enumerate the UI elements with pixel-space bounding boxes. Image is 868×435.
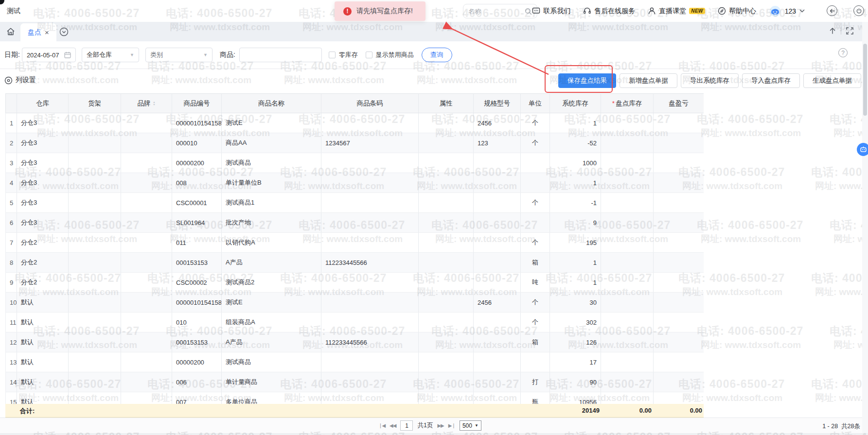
column-header-3[interactable]: 品牌▲▼ — [121, 94, 172, 113]
date-input[interactable]: 2024-05-07 — [22, 48, 76, 62]
cell — [474, 372, 521, 392]
cell — [654, 313, 704, 332]
cell: 17 — [550, 352, 601, 372]
next-page-button[interactable]: ▶▶ — [437, 423, 443, 428]
cell: 分仓3 — [17, 193, 69, 213]
cell — [601, 352, 654, 372]
cell — [601, 133, 654, 153]
logout-button[interactable] — [853, 5, 864, 16]
cell: 批次产地 — [222, 213, 321, 233]
fullscreen-icon[interactable] — [846, 27, 853, 35]
nav-live-classroom[interactable]: 直播课堂 NEW — [648, 7, 705, 16]
cell — [601, 173, 654, 193]
cell: 组装商品A — [222, 313, 321, 332]
product-input[interactable] — [239, 48, 322, 62]
cell — [69, 372, 121, 392]
cell — [69, 313, 121, 332]
table-row[interactable]: 6分仓3SL001964批次产地9 — [6, 213, 704, 233]
page-size-select[interactable]: 500 ▼ — [460, 420, 481, 431]
message-icon — [532, 7, 540, 15]
vertical-scrollbar[interactable] — [862, 22, 868, 433]
tab-inventory[interactable]: 盘点 × — [20, 23, 56, 41]
nav-help-center[interactable]: 帮助中心 — [718, 7, 756, 16]
table-row[interactable]: 14默认006单计量商品打90 — [6, 372, 704, 392]
global-search[interactable] — [463, 4, 537, 18]
nav-after-sales-service[interactable]: 售后在线服务 — [583, 7, 635, 16]
table-row[interactable]: 3分仓300000200测试商品1000 — [6, 153, 704, 173]
table-row[interactable]: 4分仓3008单计量单位B1 — [6, 173, 704, 193]
cell: 10956 — [550, 392, 601, 404]
cell: 4 — [6, 173, 17, 193]
prev-page-button[interactable]: ◀◀ — [390, 423, 396, 428]
cell — [654, 233, 704, 253]
table-row[interactable]: 13默认00000200测试商品17 — [6, 352, 704, 372]
sort-icon[interactable]: ▲▼ — [153, 101, 156, 106]
record-range-info: 1 - 28 共28条 — [822, 422, 860, 431]
zero-stock-checkbox[interactable]: 零库存 — [329, 51, 358, 59]
table-row[interactable]: 12默认000153153A产品112233445566箱126 — [6, 332, 704, 352]
error-icon: ! — [343, 7, 352, 16]
column-header-9: 单位 — [521, 94, 550, 113]
action-button-0[interactable]: 保存盘点结果 — [558, 73, 616, 88]
nav-contact-us[interactable]: 联系我们 — [532, 7, 570, 16]
action-button-1[interactable]: 新增盘点单据 — [620, 73, 677, 88]
cell: 9 — [550, 213, 601, 233]
table-row[interactable]: 2分仓3000010商品AA1234567123个-52 — [6, 133, 704, 153]
cell: 008 — [172, 173, 222, 193]
toolbar: 列设置 保存盘点结果新增盘点单据导出系统库存导入盘点库存生成盘点单据 — [0, 69, 868, 93]
cell: 分仓2 — [17, 233, 69, 253]
tab-list-dropdown-icon[interactable] — [59, 27, 69, 36]
collapse-up-icon[interactable] — [829, 27, 836, 35]
category-select[interactable]: 类别 ▼ — [145, 48, 213, 62]
help-icon[interactable]: ? — [838, 48, 848, 57]
cell: 1 — [6, 113, 17, 133]
back-button[interactable] — [827, 5, 837, 16]
table-row[interactable]: 10默认0000010154158测试E2456个30 — [6, 293, 704, 313]
table-row[interactable]: 7分仓2011以销代购A个195 — [6, 233, 704, 253]
show-disabled-checkbox[interactable]: 显示禁用商品 — [366, 51, 414, 59]
action-button-2[interactable]: 导出系统库存 — [681, 73, 739, 88]
cell — [69, 293, 121, 313]
cell — [654, 293, 704, 313]
floating-service-button[interactable] — [857, 143, 868, 156]
column-settings-button[interactable]: 列设置 — [4, 76, 36, 85]
cell: 分仓3 — [17, 133, 69, 153]
cell — [521, 173, 550, 193]
checkbox[interactable] — [366, 52, 372, 58]
table-row[interactable]: 1分仓30000010154158测试E2456个1 — [6, 113, 704, 133]
cell — [69, 253, 121, 273]
cell: A产品 — [222, 332, 321, 352]
cell: 006 — [172, 372, 222, 392]
home-icon[interactable] — [6, 27, 15, 36]
table-row[interactable]: 5分仓3CSC00001测试商品1个-1 — [6, 193, 704, 213]
cell: SL001964 — [172, 213, 222, 233]
checkbox[interactable] — [329, 52, 336, 58]
warehouse-select[interactable]: 全部仓库 ▼ — [82, 48, 139, 62]
scrollbar-thumb[interactable] — [863, 44, 867, 116]
cell — [654, 193, 704, 213]
tab-close-icon[interactable]: × — [45, 29, 49, 36]
cell — [601, 233, 654, 253]
cell — [601, 113, 654, 133]
page-number-input[interactable] — [400, 420, 413, 431]
table-row[interactable]: 15默认007多单位商品瓶10956 — [6, 392, 704, 404]
table-row[interactable]: 9分仓2CSC00002测试商品2吨1 — [6, 273, 704, 293]
cell: 2456 — [474, 293, 521, 313]
cell — [321, 193, 419, 213]
cell — [321, 372, 419, 392]
last-page-button[interactable]: ▶❘ — [448, 423, 455, 428]
user-menu[interactable]: 123 — [769, 0, 805, 22]
avatar — [769, 5, 781, 17]
cell — [419, 332, 474, 352]
table-row[interactable]: 8分仓2000153153A产品112233445566箱1 — [6, 253, 704, 273]
table-row[interactable]: 11默认010组装商品A个302 — [6, 313, 704, 332]
action-button-3[interactable]: 导入盘点库存 — [742, 73, 800, 88]
search-input[interactable] — [468, 8, 525, 15]
first-page-button[interactable]: ❘◀ — [378, 423, 385, 428]
cell: -52 — [550, 133, 601, 153]
cell — [474, 193, 521, 213]
cell: 11 — [6, 313, 17, 332]
action-button-4[interactable]: 生成盘点单据 — [803, 73, 861, 88]
cell — [654, 332, 704, 352]
query-button[interactable]: 查询 — [422, 48, 452, 62]
